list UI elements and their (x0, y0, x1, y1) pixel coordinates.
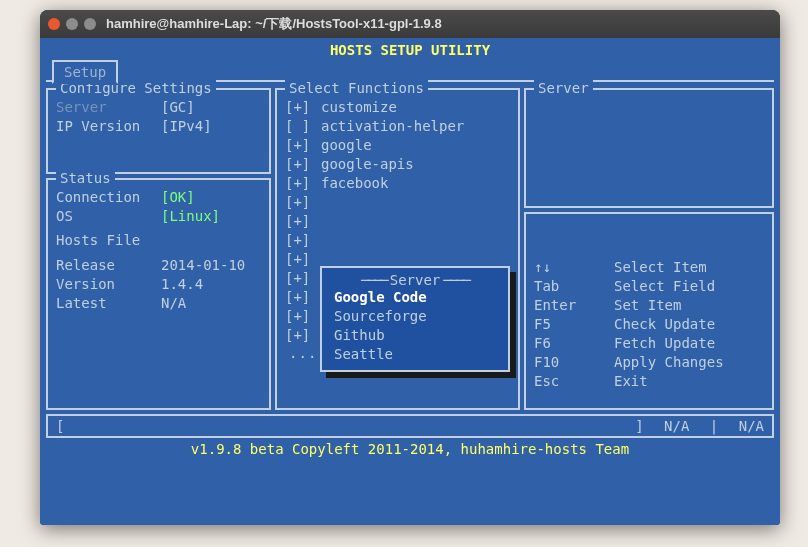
latest-label: Latest (56, 294, 161, 313)
statusbar-left-bracket: [ (56, 416, 635, 436)
help-desc: Select Field (614, 277, 715, 296)
statusbar-right: ] N/A | N/A (635, 416, 764, 436)
help-key: F6 (534, 334, 614, 353)
status-bar: [ ] N/A | N/A (46, 414, 774, 438)
help-key: F5 (534, 315, 614, 334)
version-label: Version (56, 275, 161, 294)
func-item[interactable]: [ ]activation-helper (285, 117, 510, 136)
help-row: ↑↓Select Item (534, 258, 764, 277)
help-row: TabSelect Field (534, 277, 764, 296)
window-titlebar[interactable]: hamhire@hamhire-Lap: ~/下载/HostsTool-x11-… (40, 10, 780, 38)
version-value: 1.4.4 (161, 275, 203, 294)
statusbar-sep: | (710, 416, 718, 436)
popup-item-seattle[interactable]: Seattle (322, 345, 508, 364)
statusbar-field1: N/A (664, 416, 689, 436)
left-column: Configure Settings Server [GC] IP Versio… (46, 88, 271, 410)
window-title: hamhire@hamhire-Lap: ~/下载/HostsTool-x11-… (106, 15, 442, 33)
footer-text: v1.9.8 beta Copyleft 2011-2014, huhamhir… (46, 440, 774, 458)
hosts-file-header: Hosts File (56, 232, 261, 248)
popup-item-github[interactable]: Github (322, 326, 508, 345)
terminal-content: HOSTS SETUP UTILITY Setup Configure Sett… (40, 38, 780, 525)
status-os-label: OS (56, 207, 161, 226)
config-ipver-value: [IPv4] (161, 117, 212, 136)
status-panel: Status Connection [OK] OS [Linux] Hosts … (46, 178, 271, 410)
server-panel-title: Server (534, 80, 593, 96)
tab-row: Setup (46, 60, 774, 82)
func-item[interactable]: [+]google-apis (285, 155, 510, 174)
server-panel: Server (524, 88, 774, 208)
help-desc: Select Item (614, 258, 707, 277)
config-ipver-label: IP Version (56, 117, 161, 136)
configure-panel: Configure Settings Server [GC] IP Versio… (46, 88, 271, 174)
server-popup[interactable]: Server Google Code Sourceforge Github Se… (320, 266, 510, 372)
help-desc: Set Item (614, 296, 681, 315)
release-label: Release (56, 256, 161, 275)
version-row: Version 1.4.4 (56, 275, 261, 294)
help-desc: Apply Changes (614, 353, 724, 372)
config-server-label: Server (56, 98, 161, 117)
func-item[interactable]: [+] (285, 193, 510, 212)
status-os-value: [Linux] (161, 207, 220, 226)
help-row: EnterSet Item (534, 296, 764, 315)
window-close-button[interactable] (48, 18, 60, 30)
tab-setup[interactable]: Setup (52, 60, 118, 84)
help-panel: ↑↓Select Item TabSelect Field EnterSet I… (524, 212, 774, 410)
func-item[interactable]: [+]customize (285, 98, 510, 117)
popup-item-google-code[interactable]: Google Code (322, 288, 508, 307)
help-row: F6Fetch Update (534, 334, 764, 353)
config-server-row[interactable]: Server [GC] (56, 98, 261, 117)
config-ipver-row[interactable]: IP Version [IPv4] (56, 117, 261, 136)
func-item[interactable]: [+] (285, 231, 510, 250)
func-item[interactable]: [+] (285, 212, 510, 231)
functions-title: Select Functions (285, 80, 428, 96)
statusbar-right-bracket: ] (635, 416, 643, 436)
help-key: ↑↓ (534, 258, 614, 277)
latest-value: N/A (161, 294, 186, 313)
popup-title: Server (322, 272, 508, 288)
help-row: F10Apply Changes (534, 353, 764, 372)
release-row: Release 2014-01-10 (56, 256, 261, 275)
status-os-row: OS [Linux] (56, 207, 261, 226)
help-desc: Fetch Update (614, 334, 715, 353)
release-value: 2014-01-10 (161, 256, 245, 275)
func-item[interactable]: [+]facebook (285, 174, 510, 193)
right-column: Server ↑↓Select Item TabSelect Field Ent… (524, 88, 774, 410)
help-desc: Check Update (614, 315, 715, 334)
terminal-window: hamhire@hamhire-Lap: ~/下载/HostsTool-x11-… (40, 10, 780, 525)
status-connection-value: [OK] (161, 188, 195, 207)
config-server-value: [GC] (161, 98, 195, 117)
latest-row: Latest N/A (56, 294, 261, 313)
status-title: Status (56, 170, 115, 186)
help-row: EscExit (534, 372, 764, 391)
window-buttons (48, 18, 96, 30)
func-item[interactable]: [+]google (285, 136, 510, 155)
status-connection-row: Connection [OK] (56, 188, 261, 207)
app-title: HOSTS SETUP UTILITY (46, 40, 774, 60)
popup-item-sourceforge[interactable]: Sourceforge (322, 307, 508, 326)
status-connection-label: Connection (56, 188, 161, 207)
help-key: Enter (534, 296, 614, 315)
help-key: F10 (534, 353, 614, 372)
help-row: F5Check Update (534, 315, 764, 334)
statusbar-field2: N/A (739, 416, 764, 436)
window-minimize-button[interactable] (66, 18, 78, 30)
help-key: Tab (534, 277, 614, 296)
window-maximize-button[interactable] (84, 18, 96, 30)
help-desc: Exit (614, 372, 648, 391)
help-key: Esc (534, 372, 614, 391)
